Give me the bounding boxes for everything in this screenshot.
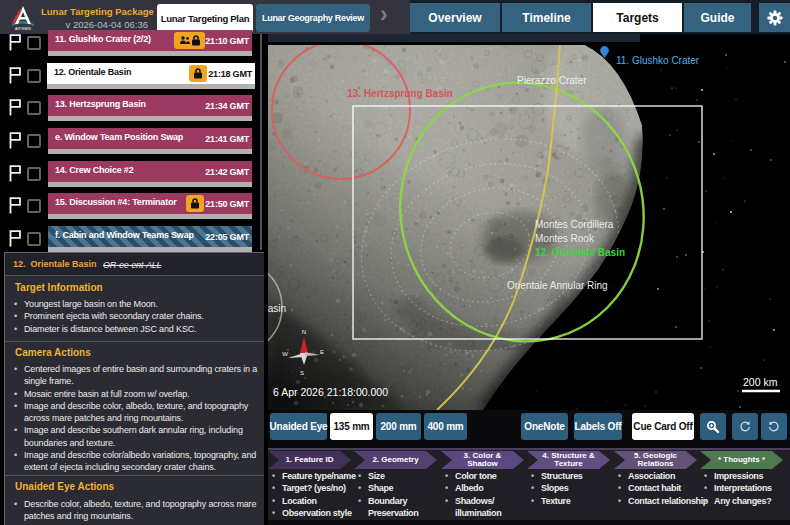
svg-text:12. Orientale Basin: 12. Orientale Basin [535, 247, 625, 258]
svg-text:11. Glushko Crater: 11. Glushko Crater [616, 55, 700, 66]
svg-text:Basin: Basin [268, 303, 286, 314]
svg-text:200 km: 200 km [743, 376, 778, 388]
svg-text:Pierazzo Crater: Pierazzo Crater [517, 75, 587, 86]
svg-text:13. Hertzsprung Basin: 13. Hertzsprung Basin [347, 88, 453, 99]
svg-text:6 Apr 2026 21:18:00.000: 6 Apr 2026 21:18:00.000 [273, 386, 388, 398]
svg-text:S: S [300, 370, 304, 376]
svg-text:Orientale Annular Ring: Orientale Annular Ring [507, 280, 608, 291]
svg-text:W: W [282, 351, 288, 357]
svg-text:Montes Cordillera: Montes Cordillera [535, 219, 614, 230]
svg-text:Montes Rook: Montes Rook [535, 233, 595, 244]
svg-text:E: E [320, 349, 324, 355]
svg-text:N: N [302, 329, 306, 335]
